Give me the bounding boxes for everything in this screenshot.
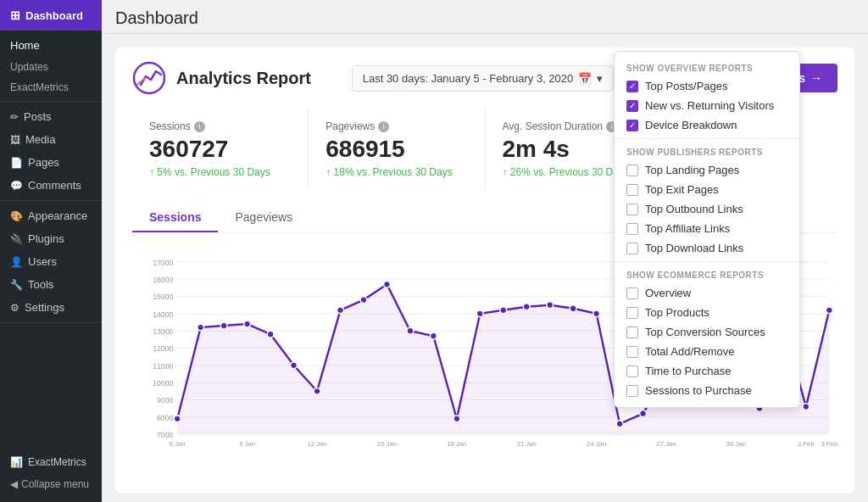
dropdown-item-top-landing[interactable]: Top Landing Pages: [615, 160, 799, 180]
pages-icon: 📄: [10, 157, 23, 169]
sidebar-header[interactable]: ⊞ Dashboard: [0, 0, 102, 31]
svg-point-38: [523, 304, 530, 310]
settings-label: Settings: [25, 301, 64, 314]
dropdown-item-time-to-purchase[interactable]: Time to Purchase: [615, 361, 799, 381]
tab-sessions[interactable]: Sessions: [132, 204, 218, 232]
analytics-logo-icon: [132, 61, 166, 95]
settings-icon: ⚙: [10, 302, 19, 314]
dropdown-item-total-add-remove[interactable]: Total Add/Remove: [615, 342, 799, 361]
tools-label: Tools: [28, 278, 53, 291]
dropdown-item-conversion-sources[interactable]: Top Conversion Sources: [615, 322, 799, 342]
tools-icon: 🔧: [10, 279, 23, 291]
time-to-purchase-checkbox[interactable]: [626, 365, 638, 377]
sidebar-item-posts[interactable]: ✏ Posts: [0, 105, 102, 128]
pages-label: Pages: [28, 156, 59, 169]
sidebar-item-settings[interactable]: ⚙ Settings: [0, 296, 102, 319]
svg-point-50: [803, 404, 810, 410]
media-icon: 🖼: [10, 134, 20, 146]
svg-text:27 Jan: 27 Jan: [656, 440, 676, 448]
svg-text:9 Jan: 9 Jan: [239, 440, 255, 448]
svg-point-37: [500, 307, 507, 314]
svg-text:9000: 9000: [157, 396, 173, 404]
svg-point-23: [174, 416, 181, 422]
plugins-label: Plugins: [28, 232, 64, 245]
collapse-icon: ◀: [10, 478, 18, 490]
sidebar-item-media[interactable]: 🖼 Media: [0, 128, 102, 151]
svg-point-30: [337, 307, 344, 314]
nav-separator-3: [0, 322, 102, 323]
sessions-info-icon[interactable]: i: [194, 121, 205, 132]
dropdown-item-sessions-to-purchase[interactable]: Sessions to Purchase: [615, 381, 799, 400]
dropdown-item-top-exit[interactable]: Top Exit Pages: [615, 180, 799, 199]
svg-text:12 Jan: 12 Jan: [307, 440, 326, 448]
dropdown-item-overview[interactable]: Overview: [615, 283, 799, 303]
top-outbound-checkbox[interactable]: [626, 204, 638, 215]
svg-text:30 Jan: 30 Jan: [726, 440, 746, 448]
pageviews-change: ↑ 18% vs. Previous 30 Days: [326, 166, 467, 178]
svg-text:11000: 11000: [153, 362, 173, 371]
page-title: Dashboard: [102, 0, 868, 34]
date-range-label: Last 30 days: January 5 - February 3, 20…: [363, 72, 574, 85]
dropdown-item-top-outbound[interactable]: Top Outbound Links: [615, 199, 799, 219]
posts-label: Posts: [24, 110, 52, 123]
svg-point-25: [220, 322, 227, 329]
svg-text:13000: 13000: [153, 327, 173, 336]
sidebar-item-appearance[interactable]: 🎨 Appearance: [0, 204, 102, 227]
svg-point-28: [291, 362, 298, 369]
arrow-right-icon: →: [810, 71, 822, 85]
analytics-title-group: Analytics Report: [132, 61, 311, 95]
sidebar-collapse-button[interactable]: ◀ Collapse menu: [0, 473, 102, 495]
exactmetrics-label: ExactMetrics: [28, 456, 86, 468]
comments-icon: 💬: [10, 180, 23, 192]
dropdown-item-top-products[interactable]: Top Products: [615, 303, 799, 322]
sidebar-item-exactmetrics[interactable]: 📊 ExactMetrics: [0, 451, 102, 473]
sidebar-item-tools[interactable]: 🔧 Tools: [0, 273, 102, 296]
sessions-change: ↑ 5% vs. Previous 30 Days: [149, 166, 291, 178]
top-products-checkbox[interactable]: [626, 307, 638, 319]
tab-pageviews[interactable]: Pageviews: [218, 204, 309, 232]
top-affiliate-checkbox[interactable]: [626, 223, 638, 235]
media-label: Media: [25, 133, 55, 146]
dropdown-item-top-affiliate[interactable]: Top Affiliate Links: [615, 219, 799, 238]
dropdown-item-top-posts[interactable]: ✓ Top Posts/Pages: [615, 76, 799, 96]
svg-point-41: [593, 310, 600, 317]
svg-text:2 Feb: 2 Feb: [798, 440, 815, 448]
sidebar-item-pages[interactable]: 📄 Pages: [0, 151, 102, 174]
date-picker-button[interactable]: Last 30 days: January 5 - February 3, 20…: [352, 65, 615, 92]
svg-point-33: [407, 327, 414, 334]
svg-point-35: [453, 416, 460, 422]
conversion-sources-checkbox[interactable]: [626, 326, 638, 338]
svg-text:16000: 16000: [153, 276, 173, 284]
svg-text:17000: 17000: [153, 259, 173, 267]
overview-checkbox[interactable]: [626, 287, 638, 299]
dropdown-item-device-breakdown[interactable]: ✓ Device Breakdown: [615, 115, 799, 135]
sessions-label: Sessions i: [149, 120, 291, 132]
svg-point-34: [430, 332, 437, 339]
dropdown-item-top-download[interactable]: Top Download Links: [615, 238, 799, 258]
sidebar: ⊞ Dashboard Home Updates ExactMetrics ✏ …: [0, 0, 102, 502]
top-posts-checkbox[interactable]: ✓: [626, 81, 638, 92]
total-add-remove-checkbox[interactable]: [626, 346, 638, 358]
comments-label: Comments: [28, 179, 81, 192]
pageviews-info-icon[interactable]: i: [378, 121, 389, 132]
svg-point-39: [547, 302, 554, 309]
top-download-checkbox[interactable]: [626, 243, 638, 254]
new-returning-checkbox[interactable]: ✓: [626, 100, 638, 112]
sidebar-item-plugins[interactable]: 🔌 Plugins: [0, 227, 102, 250]
sidebar-item-users[interactable]: 👤 Users: [0, 250, 102, 273]
sidebar-item-updates[interactable]: Updates: [0, 57, 102, 77]
users-label: Users: [28, 255, 57, 268]
sidebar-item-comments[interactable]: 💬 Comments: [0, 174, 102, 197]
sidebar-item-exactmetrics-top[interactable]: ExactMetrics: [0, 77, 102, 98]
device-breakdown-checkbox[interactable]: ✓: [626, 120, 638, 131]
svg-text:12000: 12000: [153, 344, 173, 353]
nav-separator-1: [0, 101, 102, 102]
overview-reports-label: Show Overview Reports: [615, 59, 799, 76]
dropdown-item-new-vs-returning[interactable]: ✓ New vs. Returning Visitors: [615, 96, 799, 115]
home-label: Home: [10, 39, 40, 52]
sessions-to-purchase-checkbox[interactable]: [626, 385, 638, 397]
sidebar-item-home[interactable]: Home: [0, 34, 102, 57]
top-exit-checkbox[interactable]: [626, 184, 638, 196]
sidebar-header-label: Dashboard: [25, 9, 83, 22]
top-landing-checkbox[interactable]: [626, 165, 638, 176]
